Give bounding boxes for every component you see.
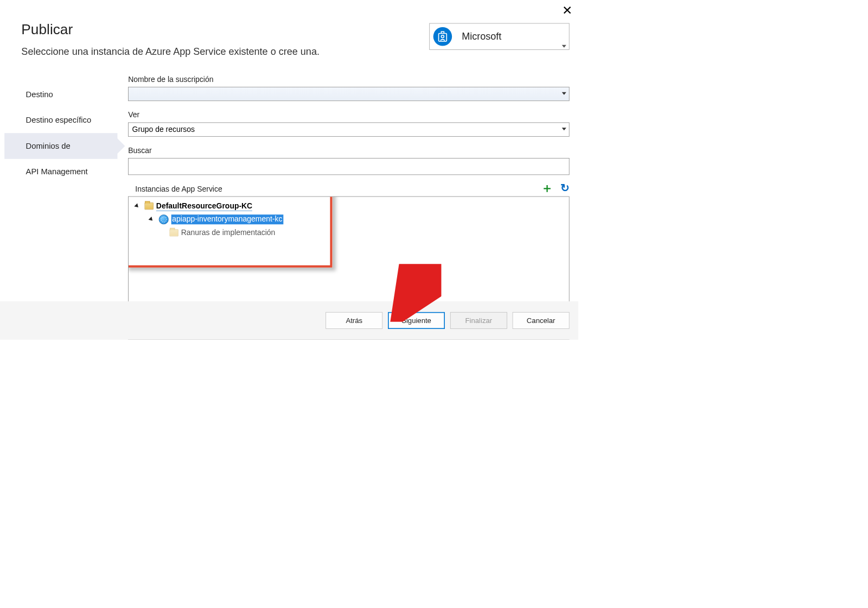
sidebar-item-dominios[interactable]: Dominios de xyxy=(4,133,117,159)
cancel-button[interactable]: Cancelar xyxy=(513,312,570,329)
account-picker[interactable]: Microsoft xyxy=(429,23,569,50)
sidebar-item-label: Destino específico xyxy=(26,116,92,125)
tree-resource-group[interactable]: DefaultResourceGroup-KC xyxy=(132,199,566,213)
tree-deployment-slots[interactable]: Ranuras de implementación xyxy=(132,226,566,240)
view-label: Ver xyxy=(128,111,569,119)
search-label: Buscar xyxy=(128,147,569,155)
next-button[interactable]: Siguiente xyxy=(388,312,445,329)
refresh-icon[interactable]: ↻ xyxy=(560,182,569,194)
badge-icon xyxy=(433,27,452,46)
webapp-icon xyxy=(159,214,169,224)
slots-label: Ranuras de implementación xyxy=(181,229,276,237)
view-value: Grupo de recursos xyxy=(132,125,195,134)
close-button[interactable]: ✕ xyxy=(562,4,572,17)
finish-button: Finalizar xyxy=(450,312,507,329)
app-name: apiapp-inventorymanagement-kc xyxy=(171,214,283,224)
expand-icon[interactable] xyxy=(149,217,154,222)
sidebar-item-label: API Management xyxy=(26,167,88,176)
tree-label: Instancias de App Service xyxy=(135,185,569,193)
chevron-down-icon xyxy=(562,92,566,95)
sidebar-item-api-management[interactable]: API Management xyxy=(4,159,117,185)
subscription-combo[interactable] xyxy=(128,87,569,101)
sidebar-item-label: Dominios de xyxy=(26,141,71,150)
sidebar-item-label: Destino xyxy=(26,90,53,99)
back-button[interactable]: Atrás xyxy=(326,312,382,329)
svg-point-1 xyxy=(441,35,444,38)
chevron-down-icon xyxy=(562,45,566,48)
account-name: Microsoft xyxy=(462,31,501,42)
add-icon[interactable]: ＋ xyxy=(541,182,553,194)
view-combo[interactable]: Grupo de recursos xyxy=(128,123,569,137)
resource-group-name: DefaultResourceGroup-KC xyxy=(156,201,252,211)
expand-icon[interactable] xyxy=(134,203,139,208)
subscription-label: Nombre de la suscripción xyxy=(128,75,569,84)
chevron-down-icon xyxy=(562,128,566,130)
search-input[interactable] xyxy=(128,158,569,175)
folder-icon xyxy=(145,202,154,210)
tree-app-instance[interactable]: apiapp-inventorymanagement-kc xyxy=(132,213,566,226)
sidebar-item-destino[interactable]: Destino xyxy=(4,81,117,107)
sidebar-item-destino-especifico[interactable]: Destino específico xyxy=(4,107,117,134)
folder-icon xyxy=(169,229,178,236)
